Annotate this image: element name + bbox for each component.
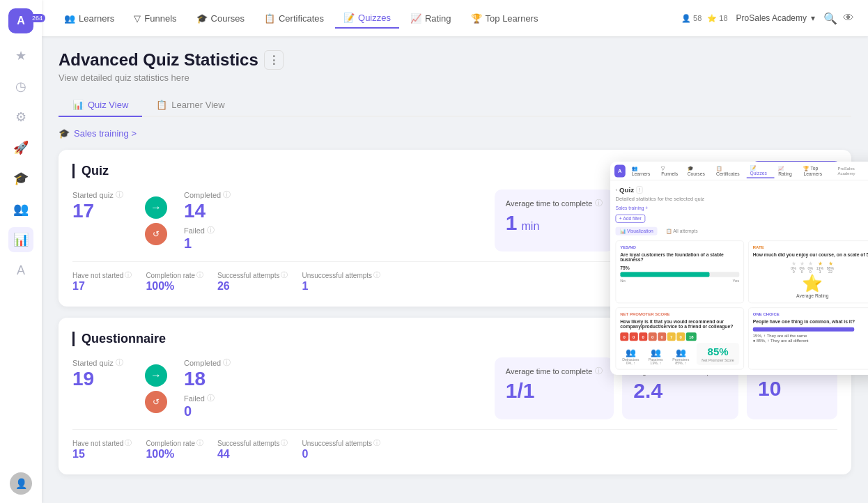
yes-no-bar-track [620, 272, 739, 277]
overlay-nav-funnels[interactable]: ▽ Funnels [658, 164, 683, 178]
q-successful: Successful attempts ⓘ 44 [217, 438, 288, 461]
more-options-button[interactable]: ⋮ [264, 50, 284, 70]
one-choice-card: One Choice People have one thing in comm… [748, 307, 868, 369]
q-unsuccessful-value: 0 [302, 448, 380, 461]
sidebar-item-settings[interactable]: ⚙ [8, 105, 33, 130]
sidebar-item-star[interactable]: ★ [8, 43, 33, 68]
sidebar-item-rocket[interactable]: 🚀 [8, 135, 33, 160]
top-nav: 👥 Learners ▽ Funnels 🎓 Courses 📋 Certifi… [42, 0, 868, 36]
nav-courses[interactable]: 🎓 Courses [188, 9, 253, 28]
overlay-cards-grid: Yes/No Are loyal customers the foundatio… [616, 240, 869, 369]
overlay-nav-quizzes[interactable]: 📝 Quizzes [747, 164, 774, 178]
q-completion-rate: Completion rate ⓘ 100% [146, 438, 203, 461]
completed-value: 14 [184, 200, 240, 222]
nav-top-learners[interactable]: 🏆 Top Learners [463, 9, 547, 28]
yes-no-bar-fill [620, 272, 709, 277]
overlay-back[interactable]: ‹ [616, 187, 618, 192]
q-failed-stat: Failed ⓘ 0 [184, 393, 240, 419]
main-content: 👥 Learners ▽ Funnels 🎓 Courses 📋 Certifi… [42, 0, 868, 503]
quizzes-icon: 📝 [343, 13, 355, 23]
overlay-profile: ProSales Academy [837, 166, 868, 176]
overlay-tabs: 📊 Visualization 📋 All attempts [616, 227, 869, 235]
avg-time-value: 1 [506, 211, 518, 235]
q-avg-time-card: Average time to complete ⓘ 1/1 [495, 357, 614, 419]
search-icon[interactable]: 🔍 [823, 12, 837, 25]
courses-icon: 🎓 [196, 13, 208, 24]
sidebar: A 264 ★ ◷ ⚙ 🚀 🎓 👥 📊 A 👤 [0, 0, 42, 503]
started-quiz-value: 17 [72, 200, 128, 222]
breadcrumb[interactable]: 🎓 Sales training > [59, 128, 851, 139]
overlay-content: ‹ Quiz ! Detailed statistics for the sel… [610, 180, 868, 375]
choice-options: 15%, ↑ They are all the same ● 85%, ↑ Th… [753, 334, 868, 343]
q-avg-score-value: 10 [758, 377, 826, 401]
arrow-green: → [145, 196, 167, 219]
nav-funnels[interactable]: ▽ Funnels [125, 9, 185, 28]
yes-no-card: Yes/No Are loyal customers the foundatio… [616, 240, 745, 303]
q-completed-value: 18 [184, 368, 240, 390]
overlay-logo: A [614, 164, 626, 177]
nps-score: 85% Net Promoter Score [697, 343, 739, 365]
overlay-nav-courses[interactable]: 🎓 Courses [684, 164, 712, 178]
sidebar-item-chart[interactable]: 📊 [8, 227, 33, 252]
info-icon-3: ⓘ [207, 225, 215, 235]
overlay-tab-visualization[interactable]: 📊 Visualization [616, 227, 658, 235]
q-stat-arrows: → ↺ [145, 357, 167, 419]
overlay-nav-learners[interactable]: 👥 Learners [628, 164, 657, 178]
sidebar-avatar[interactable]: 👤 [10, 472, 32, 495]
info-icon: ⓘ [116, 189, 123, 200]
completion-rate-stat: Completion rate ⓘ 100% [146, 270, 203, 293]
q-avg-time-value: 1/1 [506, 379, 603, 403]
q-completed-stat: Completed ⓘ 18 [184, 357, 240, 390]
courses-breadcrumb-icon: 🎓 [59, 128, 70, 139]
page-content: Advanced Quiz Statistics ⋮ View detailed… [42, 36, 868, 503]
profile-name[interactable]: ProSales Academy ▾ [736, 13, 815, 23]
nav-action-icons: 🔍 👁 [823, 12, 854, 25]
q-have-not-started: Have not started ⓘ 15 [72, 438, 132, 461]
overlay-nav-top-learners[interactable]: 🏆 Top Learners [800, 164, 837, 178]
overlay-nav-rating[interactable]: 📈 Rating [775, 164, 800, 178]
certificates-icon: 📋 [264, 13, 275, 24]
page-title: Advanced Quiz Statistics ⋮ [59, 50, 284, 70]
q-unsuccessful: Unsuccessful attempts ⓘ 0 [302, 438, 380, 461]
nav-certificates[interactable]: 📋 Certificates [256, 9, 332, 28]
unsuccessful-value: 1 [302, 280, 380, 293]
eye-icon[interactable]: 👁 [843, 12, 854, 25]
nav-right: 👤 58 ⭐ 18 ProSales Academy ▾ 🔍 👁 [681, 12, 854, 25]
q-successful-value: 44 [217, 448, 288, 461]
successful-stat: Successful attempts ⓘ 26 [217, 270, 288, 293]
overlay-panel: A 👥 Learners ▽ Funnels 🎓 Courses 📋 Certi… [610, 162, 868, 375]
nav-rating[interactable]: 📈 Rating [402, 9, 460, 28]
completion-rate-value: 100% [146, 280, 203, 293]
overlay-tab-all-attempts[interactable]: 📋 All attempts [662, 227, 702, 235]
overlay-nav-certificates[interactable]: 📋 Certificates [713, 164, 745, 178]
q-avg-attempts-value: 2.4 [633, 379, 727, 403]
nav-quizzes[interactable]: 📝 Quizzes [335, 8, 399, 29]
q-have-not-started-value: 15 [72, 448, 132, 461]
failed-stat: Failed ⓘ 1 [184, 225, 240, 252]
attempts-icon: 📋 [666, 229, 672, 234]
started-quiz-stat: Started quiz ⓘ 17 [72, 189, 128, 252]
rate-card: Rate How much did you enjoy our course, … [748, 240, 868, 303]
info-icon-4: ⓘ [595, 198, 603, 208]
nav-learners[interactable]: 👥 Learners [56, 9, 123, 28]
sidebar-item-users[interactable]: 👥 [8, 196, 33, 222]
q-started-stat: Started quiz ⓘ 19 [72, 357, 128, 419]
sidebar-item-courses[interactable]: 🎓 [8, 166, 33, 191]
overlay-breadcrumb: Sales training + [616, 206, 869, 211]
avg-star: ⭐ [753, 274, 868, 294]
overlay-badge: ! [636, 186, 642, 194]
q-arrow-green: → [145, 364, 167, 387]
overlay-nav: A 👥 Learners ▽ Funnels 🎓 Courses 📋 Certi… [610, 162, 868, 180]
questionnaire-bottom-stats: Have not started ⓘ 15 Completion rate ⓘ … [72, 429, 837, 461]
avg-time-unit: min [522, 220, 540, 233]
viz-icon: 📊 [620, 229, 626, 234]
info-icon-2: ⓘ [223, 189, 231, 200]
sidebar-item-clock[interactable]: ◷ [8, 74, 33, 99]
nps-grid: 0 0 0 0 0 7 0 18 [620, 332, 739, 341]
tab-quiz-view[interactable]: 📊 Quiz View [59, 94, 142, 117]
add-filter-button[interactable]: + Add filter [616, 215, 646, 223]
tab-learner-view[interactable]: 📋 Learner View [142, 94, 238, 117]
notification-badge: 264 [29, 14, 45, 22]
star-stats: ★0%0 ★0%0 ★0%0 ★13%3 ★88%22 [753, 261, 868, 274]
sidebar-item-text[interactable]: A [8, 258, 33, 283]
